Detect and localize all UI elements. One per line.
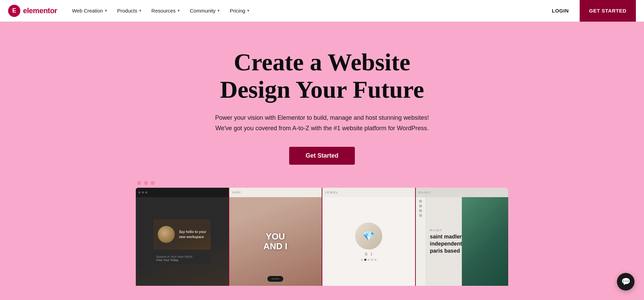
- sidebar-item: [419, 209, 422, 212]
- sidebar-item: [419, 205, 422, 207]
- chevron-down-icon: ▼: [217, 9, 220, 13]
- navbar: E elementor Web Creation ▼ Products ▼ Re…: [0, 0, 644, 22]
- preview-panel-rainy: RAINY RAINY saint madlen is an independe…: [415, 188, 509, 286]
- nav-links: Web Creation ▼ Products ▼ Resources ▼ Co…: [68, 5, 546, 16]
- dot-active: [364, 259, 366, 261]
- hero-subtitle: Power your vision with Elementor to buil…: [215, 113, 429, 133]
- nav-right: LOGIN GET STARTED: [546, 0, 636, 22]
- chevron-down-icon: ▼: [177, 9, 180, 13]
- logo-text: elementor: [23, 6, 57, 15]
- dot: [368, 259, 370, 261]
- chevron-down-icon: ▼: [104, 9, 108, 13]
- panel1-dot: [142, 191, 144, 193]
- login-button[interactable]: LOGIN: [546, 5, 574, 16]
- hero-section: Create a Website Design Your Future Powe…: [0, 22, 644, 300]
- hero-title: Create a Website Design Your Future: [220, 49, 424, 103]
- chat-bubble-button[interactable]: 💬: [617, 273, 635, 291]
- browser-dot-2: [144, 181, 148, 185]
- chevron-down-icon: ▼: [246, 9, 250, 13]
- panel3-content: 💎 G J: [322, 197, 415, 286]
- panel4-bar: RAINY: [416, 188, 509, 197]
- sidebar-item: [419, 200, 422, 203]
- panel1-dot: [145, 191, 147, 193]
- nav-item-community[interactable]: Community ▼: [186, 5, 224, 16]
- panel3-dots: [361, 259, 377, 261]
- nav-item-pricing[interactable]: Pricing ▼: [226, 5, 254, 16]
- dot: [374, 259, 377, 261]
- nav-item-products[interactable]: Products ▼: [113, 5, 146, 16]
- panel2-content: YOUAND I ────: [229, 197, 322, 286]
- browser-dot-3: [151, 181, 155, 185]
- logo-icon: E: [8, 5, 20, 17]
- panel3-brand: JEWEL: [325, 191, 339, 194]
- browser-dots: [136, 181, 508, 185]
- panel1-dot: [138, 191, 141, 193]
- browser-window: Say hello to yournew workspace Spaces In…: [136, 188, 508, 286]
- hero-cta-button[interactable]: Get Started: [289, 147, 355, 165]
- panel3-bar: JEWEL: [322, 188, 415, 197]
- panel1-content: Say hello to yournew workspace Spaces In…: [136, 197, 229, 286]
- sidebar-item: [419, 214, 422, 217]
- preview-panel-youandi: YARC YOUAND I ────: [229, 188, 322, 286]
- dot: [361, 259, 363, 261]
- panel1-bar: [136, 188, 229, 197]
- dot: [371, 259, 373, 261]
- logo[interactable]: E elementor: [8, 5, 57, 17]
- nav-item-resources[interactable]: Resources ▼: [147, 5, 185, 16]
- nav-item-web-creation[interactable]: Web Creation ▼: [68, 5, 112, 16]
- chevron-down-icon: ▼: [138, 9, 142, 13]
- chat-icon: 💬: [621, 277, 630, 286]
- panel2-bar: YARC: [229, 188, 322, 197]
- panel4-content: RAINY saint madlen is an independent pho…: [416, 197, 509, 286]
- panel4-brand-bar: RAINY: [418, 191, 431, 194]
- panel2-cta: ────: [267, 276, 283, 282]
- preview-panel-jewel: JEWEL 💎 G J: [322, 188, 415, 286]
- panel4-sidebar: [416, 197, 426, 286]
- panel2-brand: YARC: [232, 191, 241, 194]
- browser-mockup: Say hello to yournew workspace Spaces In…: [136, 181, 508, 286]
- get-started-nav-button[interactable]: GET STARTED: [580, 0, 636, 22]
- earring-image: 💎: [355, 223, 382, 250]
- panel4-image: [462, 197, 508, 286]
- preview-panel-workspace: Say hello to yournew workspace Spaces In…: [136, 188, 229, 286]
- panel2-big-text: YOUAND I: [263, 232, 287, 251]
- browser-dot-1: [137, 181, 141, 185]
- panel3-label: G J: [365, 252, 372, 256]
